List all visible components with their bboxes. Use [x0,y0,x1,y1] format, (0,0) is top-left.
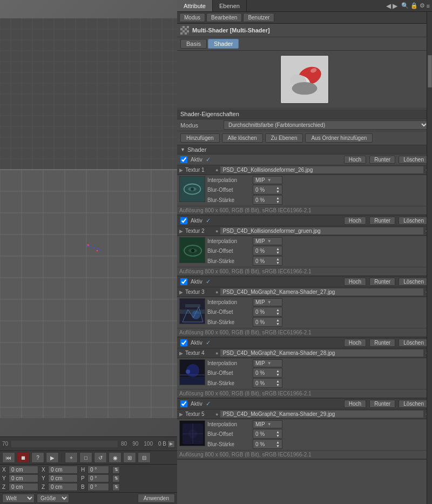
transport-box[interactable]: □ [79,452,92,463]
more-icon[interactable]: ≡ [427,3,430,9]
runter-btn-5[interactable]: Runter [369,400,395,408]
loeschen-btn-3[interactable]: Löschen [399,278,429,286]
transport-play[interactable]: ▶ [46,452,59,463]
sub-tabs: Basis Shader [177,37,432,51]
alle-loeschen-btn[interactable]: Alle löschen [222,133,263,143]
aktiv-checkbox[interactable] [180,156,187,163]
hinzufuegen-btn[interactable]: Hinzufügen [180,133,220,143]
tex3-blur-offset-val[interactable]: 0 % ▲▼ [253,307,282,317]
tex2-dot[interactable]: ● [215,229,218,234]
tex2-blur-staerke-val[interactable]: 0 % ▲▼ [253,256,282,266]
tex3-blur-staerke-val[interactable]: 0 % ▲▼ [253,317,282,327]
loeschen-btn-5[interactable]: Löschen [399,400,429,408]
modus-btn[interactable]: Modus [179,13,205,22]
coord-b-val[interactable]: 0 ° [87,483,109,491]
coord-h-group: H 0 ° [81,466,109,474]
coord-y2-val[interactable]: 0 cm [48,474,78,482]
texture-1-content: Interpolation MIP ▼ Blur-Offset 0 % ▲▼ [177,175,432,206]
loeschen-btn-4[interactable]: Löschen [399,339,429,347]
tex4-dot[interactable]: ● [215,351,218,356]
tex1-dot[interactable]: ● [215,167,218,173]
coord-z2-val[interactable]: 0 cm [48,483,78,491]
zu-ebenen-btn[interactable]: Zu Ebenen [265,133,303,143]
aktiv-checkmark: ✓ [206,156,211,163]
modus-dropdown-container[interactable]: Durchschnittsfarbe (Farbtonunterschied) [224,120,429,130]
runter-btn-3[interactable]: Runter [369,278,395,286]
tex5-tri: ▶ [179,412,183,417]
settings-icon[interactable]: ⚙ [420,2,425,9]
transport-question[interactable]: ? [31,452,44,463]
coord-x2-val[interactable]: 0 cm [48,466,78,474]
coord-z1-val[interactable]: 0 cm [9,483,38,491]
tex1-blur-staerke-val[interactable]: 0 % ▲▼ [253,195,282,205]
tex4-blur-staerke-val[interactable]: 0 % ▲▼ [253,378,282,388]
lock-icon[interactable]: 🔒 [410,2,418,9]
runter-btn-4[interactable]: Runter [369,339,395,347]
aktiv-checkbox-4[interactable] [180,339,187,346]
coord-spin-2[interactable]: ⇅ [112,475,120,482]
tex5-interp-val[interactable]: MIP ▼ [253,420,282,428]
coord-h-val[interactable]: 0 ° [87,466,109,474]
svg-point-61 [292,82,318,95]
tex3-dot[interactable]: ● [215,290,218,295]
tex3-interp-val[interactable]: MIP ▼ [253,298,282,306]
scrollbar-track[interactable] [427,12,432,504]
nav-forward-icon[interactable]: ▶ [393,2,397,10]
runter-btn-global[interactable]: Runter [369,156,395,164]
aktiv-checkbox-3[interactable] [180,278,187,285]
aktiv-checkbox-5[interactable] [180,400,187,407]
hoch-btn-5[interactable]: Hoch [344,400,366,408]
modus-dropdown[interactable]: Durchschnittsfarbe (Farbtonunterschied) [224,120,429,130]
tex5-dot[interactable]: ● [215,412,218,417]
tex1-interp-val[interactable]: MIP ▼ [253,176,282,184]
coord-p-val[interactable]: 0 ° [87,474,109,482]
tex5-blur-staerke-val[interactable]: 0 % ▲▼ [253,439,282,449]
tab-ebenen[interactable]: Ebenen [213,0,247,11]
nav-back-icon[interactable]: ◀ [386,2,391,10]
tex1-blur-offset-val[interactable]: 0 % ▲▼ [253,185,282,194]
coord-x1-val[interactable]: 0 cm [9,466,38,474]
transport-add[interactable]: + [65,452,78,463]
texture-3-header: ▶ Textur 3 ● PSD_C4D_MoGraph2_Kamera-Sha… [177,287,432,297]
search-icon[interactable]: 🔍 [401,2,409,9]
transport-grid[interactable]: ⊞ [123,452,136,463]
groesse-dropdown[interactable]: Größe [37,494,69,503]
hoch-btn-2[interactable]: Hoch [344,217,366,225]
hoch-btn-4[interactable]: Hoch [344,339,366,347]
bearbeiten-btn[interactable]: Bearbeiten [206,13,242,22]
right-scroll[interactable]: Shader-Eigenschaften Modus Durchschnitts… [177,109,432,504]
scrollbar-thumb[interactable] [428,55,432,88]
viewport[interactable]: 70 80 90 100 0 B ▶ ⏮ ⏹ ? ▶ + □ ↺ ◉ ⊞ ⊟ [0,0,177,504]
welt-dropdown[interactable]: Welt [2,494,35,503]
tex3-tri: ▶ [179,290,183,295]
tex2-blur-offset-val[interactable]: 0 % ▲▼ [253,246,282,256]
transport-last[interactable]: ⊟ [138,452,151,463]
shader-section-header[interactable]: ▼ Shader [177,145,432,154]
hoch-btn-3[interactable]: Hoch [344,278,366,286]
runter-btn-2[interactable]: Runter [369,217,395,225]
loeschen-btn-global[interactable]: Löschen [399,156,429,164]
tab-shader[interactable]: Shader [208,39,239,49]
coord-spin-1[interactable]: ⇅ [112,466,120,474]
transport-record[interactable]: ◉ [109,452,122,463]
tex1-resolution: Auflösung 800 x 600, RGB (8 Bit), sRGB I… [177,206,432,215]
transport-loop[interactable]: ↺ [94,452,107,463]
hoch-btn-global[interactable]: Hoch [344,156,366,164]
loeschen-btn-2[interactable]: Löschen [399,217,429,225]
tex4-blur-offset-val[interactable]: 0 % ▲▼ [253,368,282,378]
anwenden-button[interactable]: Anwenden [138,494,175,503]
timeline-expand[interactable]: ▶ [167,440,175,448]
aktiv-checkbox-2[interactable] [180,217,187,224]
coord-y1-val[interactable]: 0 cm [9,474,38,482]
tab-basis[interactable]: Basis [180,39,207,49]
benutzer-btn[interactable]: Benutzer [243,13,274,22]
tex2-interp-val[interactable]: MIP ▼ [253,237,282,245]
tex4-interp-val[interactable]: MIP ▼ [253,359,282,367]
transport-stop[interactable]: ⏹ [17,452,30,463]
aus-ordner-btn[interactable]: Aus Ordner hinzufügen [305,133,373,143]
tab-attribute[interactable]: Attribute [177,0,213,11]
title-bar: Multi-Shader [Multi-Shader] [177,24,432,37]
tex5-blur-offset-val[interactable]: 0 % ▲▼ [253,429,282,439]
transport-to-start[interactable]: ⏮ [2,452,15,463]
coord-spin-3[interactable]: ⇅ [112,483,120,491]
